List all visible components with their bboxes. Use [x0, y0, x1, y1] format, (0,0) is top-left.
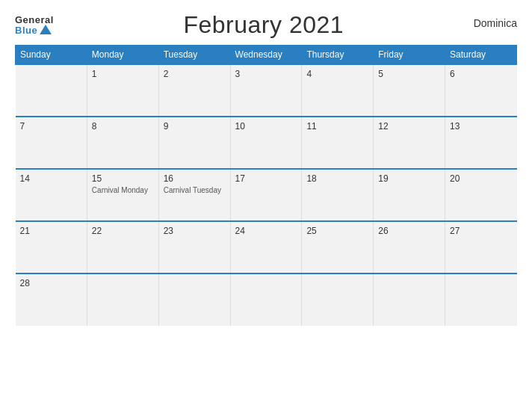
calendar-cell: 5 — [374, 64, 445, 117]
calendar-week-row: 28 — [16, 274, 517, 326]
event-label: Carnival Tuesday — [164, 186, 226, 194]
day-number: 16 — [164, 173, 226, 184]
day-number: 28 — [20, 278, 82, 288]
calendar-cell: 2 — [158, 64, 230, 117]
calendar-cell: 1 — [87, 64, 158, 117]
calendar-cell — [302, 274, 374, 326]
calendar-cell: 15Carnival Monday — [87, 169, 158, 221]
weekday-header: Monday — [87, 46, 158, 65]
calendar-cell: 10 — [230, 117, 302, 169]
day-number: 7 — [20, 121, 82, 132]
calendar-cell — [374, 274, 445, 326]
weekday-header-row: SundayMondayTuesdayWednesdayThursdayFrid… — [16, 46, 517, 65]
weekday-header: Wednesday — [230, 46, 302, 65]
header: General Blue February 2021 Dominica — [15, 11, 517, 39]
day-number: 14 — [20, 173, 82, 184]
day-number: 2 — [164, 69, 226, 79]
logo-blue-text: Blue — [15, 25, 54, 35]
calendar-cell: 22 — [87, 221, 158, 274]
calendar-cell: 17 — [230, 169, 302, 221]
calendar-cell: 8 — [87, 117, 158, 169]
day-number: 17 — [235, 173, 297, 184]
calendar-cell: 12 — [374, 117, 445, 169]
calendar-cell: 21 — [16, 221, 87, 274]
calendar-cell: 3 — [230, 64, 302, 117]
calendar-cell: 18 — [302, 169, 374, 221]
day-number: 4 — [306, 69, 368, 79]
day-number: 9 — [164, 121, 226, 132]
calendar-cell — [16, 64, 87, 117]
event-label: Carnival Monday — [92, 186, 154, 194]
calendar-cell — [445, 274, 517, 326]
calendar-cell: 20 — [445, 169, 517, 221]
day-number: 12 — [378, 121, 440, 132]
calendar-cell: 25 — [302, 221, 374, 274]
weekday-header: Saturday — [445, 46, 517, 65]
day-number: 22 — [92, 226, 154, 236]
calendar-cell — [158, 274, 230, 326]
calendar-cell: 26 — [374, 221, 445, 274]
calendar-week-row: 78910111213 — [16, 117, 517, 169]
day-number: 8 — [92, 121, 154, 132]
day-number: 24 — [235, 226, 297, 236]
day-number: 3 — [235, 69, 297, 79]
calendar-cell: 4 — [302, 64, 374, 117]
calendar-cell: 11 — [302, 117, 374, 169]
logo: General Blue — [15, 15, 54, 35]
calendar-cell: 28 — [16, 274, 87, 326]
calendar-cell: 14 — [16, 169, 87, 221]
calendar-cell: 6 — [445, 64, 517, 117]
calendar-cell: 16Carnival Tuesday — [158, 169, 230, 221]
weekday-header: Tuesday — [158, 46, 230, 65]
day-number: 26 — [378, 226, 440, 236]
day-number: 10 — [235, 121, 297, 132]
day-number: 6 — [450, 69, 512, 79]
calendar-cell: 13 — [445, 117, 517, 169]
day-number: 27 — [450, 226, 512, 236]
calendar-cell — [230, 274, 302, 326]
weekday-header: Friday — [374, 46, 445, 65]
weekday-header: Sunday — [16, 46, 87, 65]
day-number: 13 — [450, 121, 512, 132]
calendar-cell: 27 — [445, 221, 517, 274]
calendar-cell: 9 — [158, 117, 230, 169]
calendar-week-row: 123456 — [16, 64, 517, 117]
day-number: 20 — [450, 173, 512, 184]
day-number: 11 — [306, 121, 368, 132]
day-number: 19 — [378, 173, 440, 184]
day-number: 15 — [92, 173, 154, 184]
calendar-table: SundayMondayTuesdayWednesdayThursdayFrid… — [15, 45, 517, 326]
logo-general-text: General — [15, 15, 54, 25]
calendar-cell: 19 — [374, 169, 445, 221]
day-number: 1 — [92, 69, 154, 79]
day-number: 25 — [306, 226, 368, 236]
day-number: 21 — [20, 226, 82, 236]
logo-triangle-icon — [40, 25, 52, 34]
weekday-header: Thursday — [302, 46, 374, 65]
day-number: 23 — [164, 226, 226, 236]
day-number: 5 — [378, 69, 440, 79]
calendar-title: February 2021 — [183, 11, 344, 39]
calendar-cell: 24 — [230, 221, 302, 274]
country-name: Dominica — [474, 11, 517, 29]
calendar-week-row: 21222324252627 — [16, 221, 517, 274]
calendar-cell: 7 — [16, 117, 87, 169]
calendar-page: General Blue February 2021 Dominica Sund… — [0, 0, 532, 411]
calendar-cell: 23 — [158, 221, 230, 274]
calendar-cell — [87, 274, 158, 326]
calendar-week-row: 1415Carnival Monday16Carnival Tuesday171… — [16, 169, 517, 221]
day-number: 18 — [306, 173, 368, 184]
